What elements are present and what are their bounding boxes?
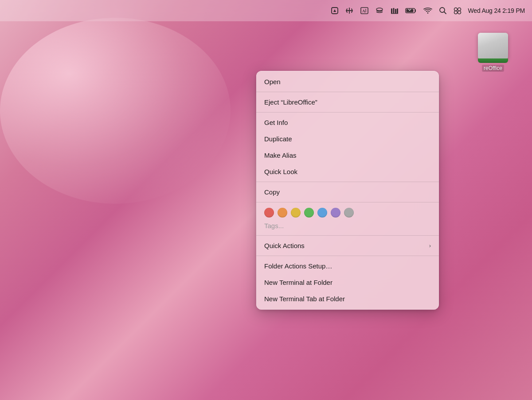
- tag-green[interactable]: [304, 208, 314, 217]
- menu-item-get-info[interactable]: Get Info: [256, 114, 439, 131]
- svg-rect-6: [393, 8, 394, 13]
- menu-item-eject[interactable]: Eject “LibreOffice”: [256, 94, 439, 110]
- tag-blue[interactable]: [317, 208, 327, 217]
- tags-placeholder: Tags...: [264, 222, 284, 229]
- spotlight-search-icon[interactable]: [439, 7, 447, 15]
- menubar-right: A: [331, 7, 525, 15]
- battery-icon[interactable]: [405, 7, 417, 14]
- menu-item-new-terminal-tab-at-folder[interactable]: New Terminal Tab at Folder: [256, 291, 439, 307]
- divider-6: [256, 256, 439, 256]
- control-center-icon[interactable]: [453, 7, 462, 15]
- bookshelf-icon[interactable]: [390, 7, 399, 15]
- divider-3: [256, 182, 439, 182]
- svg-line-15: [444, 12, 446, 14]
- svg-point-17: [458, 8, 461, 11]
- wifi-icon[interactable]: [423, 7, 433, 15]
- svg-rect-7: [395, 9, 396, 13]
- menu-item-open[interactable]: Open: [256, 74, 439, 90]
- menu-item-copy[interactable]: Copy: [256, 184, 439, 200]
- svg-point-4: [376, 8, 383, 11]
- layers-icon[interactable]: [375, 7, 384, 15]
- menu-item-make-alias[interactable]: Make Alias: [256, 147, 439, 163]
- svg-rect-5: [391, 8, 392, 13]
- tags-color-row: [256, 204, 439, 219]
- divider-2: [256, 112, 439, 113]
- menu-item-new-terminal-at-folder[interactable]: New Terminal at Folder: [256, 274, 439, 291]
- tags-input-row[interactable]: Tags...: [256, 219, 439, 233]
- svg-point-16: [454, 8, 457, 11]
- delta-icon[interactable]: [331, 7, 339, 15]
- tag-gray[interactable]: [344, 208, 354, 217]
- menu-item-duplicate[interactable]: Duplicate: [256, 131, 439, 147]
- context-menu: Open Eject “LibreOffice” Get Info Duplic…: [256, 71, 439, 310]
- svg-text:A: A: [362, 9, 365, 13]
- menubar: A: [0, 0, 532, 21]
- menubar-datetime: Wed Aug 24 2:19 PM: [468, 7, 525, 14]
- divider-5: [256, 235, 439, 236]
- menu-item-quick-look[interactable]: Quick Look: [256, 163, 439, 180]
- tag-purple[interactable]: [331, 208, 340, 217]
- tag-yellow[interactable]: [291, 208, 301, 217]
- tag-red[interactable]: [264, 208, 274, 217]
- quick-actions-arrow-icon: ›: [429, 242, 431, 249]
- svg-point-18: [454, 11, 457, 14]
- menu-item-quick-actions[interactable]: Quick Actions ›: [256, 237, 439, 254]
- menu-item-folder-actions-setup[interactable]: Folder Actions Setup…: [256, 258, 439, 274]
- libreoffice-disk-icon[interactable]: reOffice: [472, 31, 514, 72]
- svg-rect-8: [397, 8, 398, 13]
- font-manager-icon[interactable]: A: [360, 7, 369, 15]
- disk-icon-label: reOffice: [482, 65, 504, 72]
- disk-icon-image: [477, 31, 509, 63]
- sourcetree-icon[interactable]: [345, 7, 354, 15]
- divider-1: [256, 92, 439, 92]
- divider-4: [256, 202, 439, 202]
- svg-point-19: [458, 11, 461, 14]
- tag-orange[interactable]: [278, 208, 287, 217]
